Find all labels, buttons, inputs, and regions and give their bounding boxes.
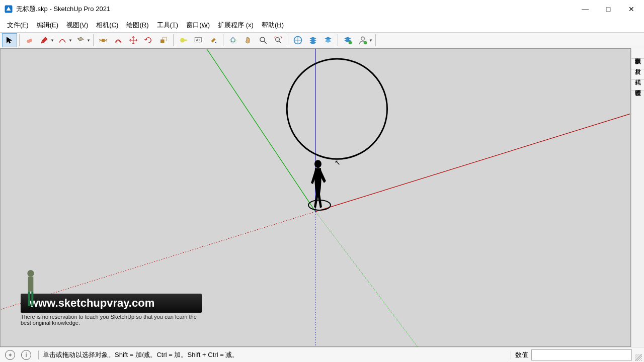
svg-rect-1 (27, 38, 33, 43)
vray-c-tool[interactable] (320, 33, 336, 47)
info-icon[interactable]: i (21, 350, 31, 360)
orbit-tool[interactable] (225, 33, 240, 47)
watermark-sub: There is no reservation to teach you Ske… (21, 314, 202, 326)
pencil-dropdown[interactable]: ▼ (50, 38, 55, 43)
svg-point-11 (231, 37, 234, 43)
scale-tool[interactable] (156, 33, 171, 47)
vray-b-tool[interactable] (305, 33, 320, 47)
maximize-button[interactable]: □ (597, 2, 620, 17)
svg-point-9 (215, 42, 216, 43)
svg-rect-2 (102, 39, 105, 42)
menu-file[interactable]: 文件(F) (3, 19, 33, 31)
menu-camera[interactable]: 相机(C) (92, 19, 122, 31)
tray-tab-materials[interactable]: 材质 (631, 59, 644, 69)
measurement-input[interactable] (531, 349, 632, 360)
drawn-circle (287, 59, 387, 159)
tray-tab-default[interactable]: 默认面板 (631, 48, 644, 59)
watermark-url: www.sketchupvray.com (21, 294, 202, 313)
rotate-tool[interactable] (141, 33, 156, 47)
measurement-label: 数值 (515, 350, 528, 359)
menu-bar: 文件(F) 编辑(E) 视图(V) 相机(C) 绘图(R) 工具(T) 窗口(W… (0, 18, 644, 32)
title-bar: 无标题.skp - SketchUp Pro 2021 — □ ✕ (0, 0, 644, 18)
shape-dropdown[interactable]: ▼ (86, 38, 91, 43)
main-toolbar: ▼ ▼ ▼ A1 ▼ (0, 32, 644, 48)
menu-view[interactable]: 视图(V) (62, 19, 92, 31)
watermark-figure-icon (23, 268, 39, 308)
offset-tool[interactable] (111, 33, 126, 47)
arc-dropdown[interactable]: ▼ (68, 38, 73, 43)
zoom-tool[interactable] (256, 33, 271, 47)
svg-rect-22 (28, 277, 34, 291)
svg-point-19 (364, 41, 367, 45)
menu-draw[interactable]: 绘图(R) (122, 19, 152, 31)
menu-extensions[interactable]: 扩展程序 (x) (214, 19, 258, 31)
geo-icon[interactable]: ⌖ (5, 350, 15, 360)
close-button[interactable]: ✕ (620, 2, 643, 17)
svg-point-21 (27, 270, 34, 277)
tape-tool[interactable] (176, 33, 191, 47)
move-tool[interactable] (126, 33, 141, 47)
tray-rail: 默认面板 材质 样式 模型管理 (631, 48, 644, 347)
minimize-button[interactable]: — (574, 2, 597, 17)
viewport[interactable]: ↖ www.sketchupvray.com There is no reser… (0, 48, 631, 347)
svg-line-13 (264, 41, 267, 44)
svg-rect-24 (31, 292, 33, 306)
svg-rect-6 (184, 40, 187, 41)
status-bar: ⌖ i 单击或拖动以选择对象。Shift = 加/减。Ctrl = 加。Shif… (0, 347, 644, 362)
paint-tool[interactable] (206, 33, 221, 47)
axis-green-pos (207, 49, 315, 212)
pushpull-tool[interactable] (96, 33, 111, 47)
svg-point-20 (314, 160, 321, 168)
resize-grip[interactable] (635, 354, 642, 361)
window-title: 无标题.skp - SketchUp Pro 2021 (16, 5, 574, 14)
app-icon (4, 5, 13, 14)
menu-edit[interactable]: 编辑(E) (33, 19, 62, 31)
vray-user-dropdown[interactable]: ▼ (368, 38, 373, 43)
svg-rect-23 (28, 292, 30, 306)
svg-point-18 (361, 37, 365, 40)
axis-red-pos (315, 114, 630, 212)
vray-a-tool[interactable] (290, 33, 305, 47)
watermark-overlay: www.sketchupvray.com There is no reserva… (21, 294, 202, 326)
pan-tool[interactable] (240, 33, 256, 47)
svg-line-15 (279, 41, 282, 44)
status-hint: 单击或拖动以选择对象。Shift = 加/减。Ctrl = 加。Shift + … (43, 350, 507, 359)
menu-tools[interactable]: 工具(T) (153, 19, 183, 31)
axis-green-neg (315, 212, 417, 346)
svg-point-12 (260, 37, 265, 42)
tray-tab-styles[interactable]: 样式 (631, 69, 644, 80)
svg-rect-3 (160, 40, 165, 44)
vray-d-tool[interactable] (340, 33, 355, 47)
menu-help[interactable]: 帮助(H) (258, 19, 288, 31)
svg-point-10 (230, 39, 236, 42)
eraser-tool[interactable] (22, 33, 37, 47)
tray-tab-model[interactable]: 模型管理 (631, 80, 644, 90)
menu-window[interactable]: 窗口(W) (182, 19, 214, 31)
select-tool[interactable] (2, 33, 17, 47)
svg-text:A1: A1 (196, 38, 201, 42)
svg-point-17 (349, 41, 352, 45)
svg-point-14 (276, 38, 280, 42)
text-tool[interactable]: A1 (191, 33, 206, 47)
zoom-extents-tool[interactable] (271, 33, 286, 47)
